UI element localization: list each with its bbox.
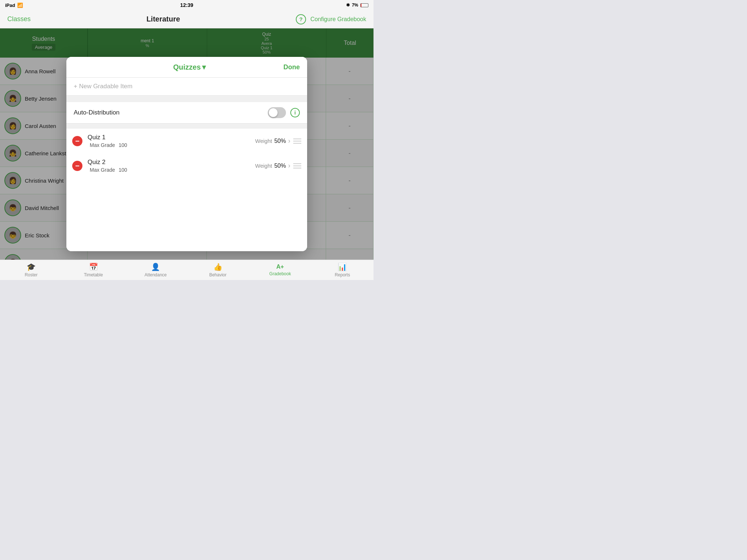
nav-bar: Classes Literature ? Configure Gradebook — [0, 10, 374, 28]
quiz-2-remove-button[interactable]: − — [72, 161, 82, 171]
quiz-2-maxgrade: Max Grade 100 — [88, 167, 255, 173]
modal-title: Quizzes ▾ — [173, 63, 206, 71]
quiz-row-2: − Quiz 2 Max Grade 100 Weight 50% › — [66, 153, 307, 178]
quizzes-modal: Quizzes ▾ Done + New Gradable Item Auto-… — [66, 57, 307, 251]
roster-icon: 🎓 — [27, 262, 36, 271]
quiz-1-name: Quiz 1 — [88, 134, 255, 141]
quiz-1-info: Quiz 1 Max Grade 100 — [88, 134, 255, 148]
modal-header: Quizzes ▾ Done — [66, 57, 307, 78]
quiz-2-drag-handle[interactable] — [293, 163, 301, 168]
status-left: iPad 📶 — [5, 3, 23, 8]
tab-reports-label: Reports — [335, 272, 350, 277]
tab-behavior-label: Behavior — [209, 272, 227, 277]
quiz-row-1: − Quiz 1 Max Grade 100 Weight 50% › — [66, 129, 307, 153]
tab-behavior[interactable]: 👍 Behavior — [187, 260, 249, 280]
auto-distribution-info-button[interactable]: i — [290, 108, 300, 117]
timetable-icon: 📅 — [89, 262, 98, 271]
modal-title-chevron[interactable]: ▾ — [202, 63, 206, 71]
status-time: 12:39 — [180, 2, 193, 8]
behavior-icon: 👍 — [213, 262, 222, 271]
tab-attendance-label: Attendance — [144, 272, 167, 277]
modal-overlay: Quizzes ▾ Done + New Gradable Item Auto-… — [0, 28, 374, 260]
quiz-1-maxgrade: Max Grade 100 — [88, 142, 255, 148]
configure-gradebook-button[interactable]: Configure Gradebook — [310, 16, 366, 23]
gradebook-icon: A+ — [276, 264, 284, 270]
battery-icon — [360, 3, 368, 7]
modal-empty-space — [66, 178, 307, 251]
toggle-knob — [269, 108, 278, 117]
quiz-2-chevron-icon[interactable]: › — [288, 162, 290, 170]
section-separator — [66, 96, 307, 102]
quiz-2-weight: Weight 50% — [255, 163, 286, 169]
bluetooth-icon: ✱ — [346, 3, 350, 8]
nav-right-actions: ? Configure Gradebook — [296, 14, 366, 24]
auto-distribution-toggle[interactable] — [268, 107, 286, 118]
wifi-icon: 📶 — [17, 3, 23, 8]
tab-timetable[interactable]: 📅 Timetable — [62, 260, 125, 280]
status-right: ✱ 7% — [346, 3, 368, 8]
tab-roster[interactable]: 🎓 Roster — [0, 260, 62, 280]
tab-gradebook[interactable]: A+ Gradebook — [249, 260, 311, 280]
quiz-1-drag-handle[interactable] — [293, 139, 301, 144]
quiz-1-chevron-icon[interactable]: › — [288, 137, 290, 145]
tab-timetable-label: Timetable — [84, 272, 103, 277]
tab-attendance[interactable]: 👤 Attendance — [124, 260, 187, 280]
tab-reports[interactable]: 📊 Reports — [311, 260, 374, 280]
reports-icon: 📊 — [338, 262, 347, 271]
battery-label: 7% — [352, 3, 358, 8]
quiz-1-weight: Weight 50% — [255, 138, 286, 144]
main-content: Students Average ment 1 % Quiz 25 Avera … — [0, 28, 374, 260]
auto-distribution-label: Auto-Distribution — [74, 109, 268, 116]
help-button[interactable]: ? — [296, 14, 306, 24]
auto-distribution-row: Auto-Distribution i — [66, 102, 307, 124]
attendance-icon: 👤 — [151, 262, 160, 271]
new-item-label[interactable]: + New Gradable Item — [74, 83, 132, 90]
new-gradable-item-row: + New Gradable Item — [66, 78, 307, 96]
tab-gradebook-label: Gradebook — [269, 271, 291, 276]
modal-done-button[interactable]: Done — [283, 63, 300, 71]
classes-back-button[interactable]: Classes — [7, 15, 31, 23]
section-separator-2 — [66, 124, 307, 129]
quiz-1-remove-button[interactable]: − — [72, 136, 82, 146]
quiz-2-info: Quiz 2 Max Grade 100 — [88, 159, 255, 173]
nav-back[interactable]: Classes — [7, 15, 31, 23]
status-bar: iPad 📶 12:39 ✱ 7% — [0, 0, 374, 10]
modal-title-label: Quizzes — [173, 63, 201, 71]
tab-roster-label: Roster — [25, 272, 38, 277]
tab-bar: 🎓 Roster 📅 Timetable 👤 Attendance 👍 Beha… — [0, 260, 374, 280]
page-title: Literature — [146, 15, 180, 23]
quiz-2-name: Quiz 2 — [88, 159, 255, 166]
device-label: iPad — [5, 3, 15, 8]
